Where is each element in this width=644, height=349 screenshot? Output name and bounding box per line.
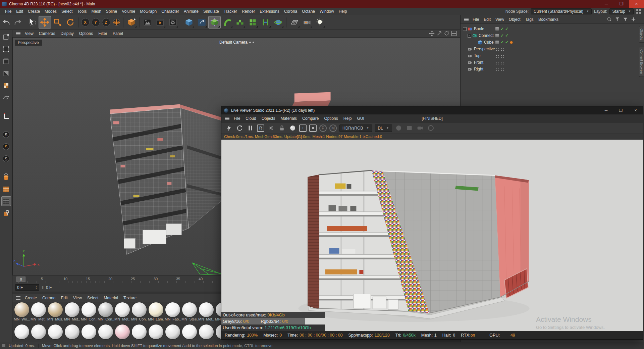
object-name[interactable]: Boole [474, 27, 484, 31]
tree-row-boole[interactable]: − Boole ✓ ✓ [461, 26, 644, 32]
menu-create[interactable]: Create [25, 8, 42, 14]
viewport-view-label[interactable]: Perspective [15, 40, 42, 46]
material-item[interactable] [98, 325, 114, 342]
menu-mograph[interactable]: MoGraph [138, 8, 159, 14]
camera-widget-dot[interactable] [253, 42, 254, 43]
material-item[interactable]: MN_Met... [31, 302, 47, 325]
tweak-icon[interactable] [1, 208, 11, 218]
viewport-menu-display[interactable]: Display [58, 31, 76, 37]
enabled-check-icon[interactable]: ✓ [505, 27, 508, 31]
undo-icon[interactable] [2, 16, 12, 29]
bend-deformer-button[interactable] [221, 16, 233, 29]
dolly-view-icon[interactable] [436, 31, 442, 36]
visibility-dots-icon[interactable] [495, 67, 499, 71]
camera-widget-dot[interactable] [249, 42, 251, 43]
material-menu-texture[interactable]: Texture [121, 295, 139, 301]
enabled-check-icon[interactable]: ✓ [500, 34, 504, 38]
primitive-cube-button[interactable] [183, 16, 195, 29]
material-item[interactable] [47, 325, 63, 342]
material-item[interactable] [81, 325, 97, 342]
material-item[interactable]: MN_Met... [114, 302, 130, 325]
layer-tag-icon[interactable] [495, 34, 499, 38]
lv-maximize-button[interactable]: ❒ [613, 106, 628, 114]
stop-icon[interactable] [225, 124, 233, 132]
material-item[interactable]: MN_Met... [198, 302, 214, 325]
subdivision-surface-button[interactable] [208, 16, 221, 29]
enabled-check-icon[interactable]: ✓ [500, 40, 504, 44]
polygons-mode-icon[interactable] [1, 68, 11, 78]
lock-z-axis-button[interactable]: Z [101, 16, 111, 29]
coordinate-system-button[interactable] [111, 16, 121, 29]
cloner-button[interactable] [247, 16, 259, 29]
add-box-button[interactable]: + [299, 124, 307, 132]
material-item[interactable] [181, 325, 198, 342]
material-item[interactable]: MN_Lam... [148, 302, 164, 325]
material-item[interactable]: MN_Met... [64, 302, 80, 325]
visibility-dots-icon[interactable] [500, 47, 504, 51]
menu-extensions[interactable]: Extensions [257, 8, 282, 14]
rotate-tool[interactable] [64, 16, 76, 29]
live-viewer-titlebar[interactable]: Live Viewer Studio 2021.1.5-(R2) (10 day… [221, 106, 643, 114]
object-name[interactable]: Perspective [474, 47, 495, 51]
material-item[interactable] [14, 325, 30, 342]
enabled-check-icon[interactable]: ✓ [500, 27, 504, 31]
texture-mode-icon[interactable] [1, 81, 11, 90]
om-tab-edit[interactable]: Edit [482, 16, 493, 22]
axis-mode-icon[interactable] [1, 111, 11, 121]
uv-grid-active-icon[interactable] [1, 196, 11, 206]
render-view-button[interactable] [141, 16, 154, 29]
visibility-dots-icon[interactable] [495, 61, 499, 64]
add-cube-button[interactable] [125, 16, 138, 29]
render-view[interactable]: Out-of-core used/max:0Kb/4Gb Grey8/16:0/… [221, 140, 643, 331]
material-item[interactable]: MN_Con... [98, 302, 114, 325]
material-menu-icon[interactable] [16, 296, 20, 300]
tree-row-perspective[interactable]: Perspective [461, 46, 644, 52]
maximize-button[interactable]: ❒ [614, 0, 629, 8]
visibility-dots-icon[interactable] [500, 67, 504, 71]
live-selection-tool[interactable] [26, 16, 38, 29]
viewport-menu-view[interactable]: View [22, 31, 36, 37]
layout-grid-icon[interactable] [636, 9, 641, 14]
minimize-button[interactable]: ─ [599, 0, 614, 8]
points-mode-icon[interactable] [1, 44, 11, 54]
frame-spinner[interactable]: ▲▼ [35, 286, 37, 289]
node-space-select[interactable]: Current (Standard/Physical) ▼ [531, 8, 592, 14]
om-tab-file[interactable]: File [471, 16, 481, 22]
menu-corona[interactable]: Corona [282, 8, 300, 14]
scroll-to-top-icon[interactable] [615, 17, 620, 22]
tree-row-connect[interactable]: − Connect ✓ ✓ [461, 32, 644, 39]
lv-menu-compare[interactable]: Compare [300, 115, 321, 121]
menu-tracker[interactable]: Tracker [221, 8, 239, 14]
om-tab-tags[interactable]: Tags [523, 16, 536, 22]
viewport-menu-options[interactable]: Options [77, 31, 95, 37]
layer-tag-icon[interactable] [495, 40, 499, 44]
gear-icon[interactable] [267, 124, 275, 132]
search-icon[interactable] [607, 17, 612, 22]
region-render-button[interactable]: R [257, 124, 264, 132]
lv-menu-materials[interactable]: Materials [278, 115, 299, 121]
tree-row-right[interactable]: Right [461, 66, 644, 72]
array-button[interactable] [234, 16, 246, 29]
menu-render[interactable]: Render [239, 8, 257, 14]
menu-octane[interactable]: Octane [300, 8, 317, 14]
object-name[interactable]: Cube [484, 40, 494, 45]
lv-menu-file[interactable]: File [231, 115, 243, 121]
lv-menu-cloud[interactable]: Cloud [243, 115, 258, 121]
pan-view-icon[interactable] [429, 31, 435, 36]
material-menu-material[interactable]: Material [101, 295, 120, 301]
om-tab-object[interactable]: Object [507, 16, 523, 22]
layer-tag-icon[interactable] [495, 27, 499, 31]
menu-tools[interactable]: Tools [75, 8, 89, 14]
menu-simulate[interactable]: Simulate [201, 8, 221, 14]
object-name[interactable]: Connect [479, 33, 494, 38]
collapse-icon[interactable]: − [463, 27, 467, 31]
p-toggle-button[interactable]: P [319, 124, 327, 132]
material-item[interactable]: MN_Con... [81, 302, 97, 325]
material-menu-corona[interactable]: Corona [40, 295, 58, 301]
edges-mode-icon[interactable] [1, 56, 11, 66]
simulation-button[interactable] [272, 16, 284, 29]
spline-tools-button[interactable] [259, 16, 272, 29]
frame-start-field[interactable]: 0 F ▲▼ [15, 284, 39, 291]
menu-mesh[interactable]: Mesh [89, 8, 103, 14]
menu-help[interactable]: Help [336, 8, 350, 14]
